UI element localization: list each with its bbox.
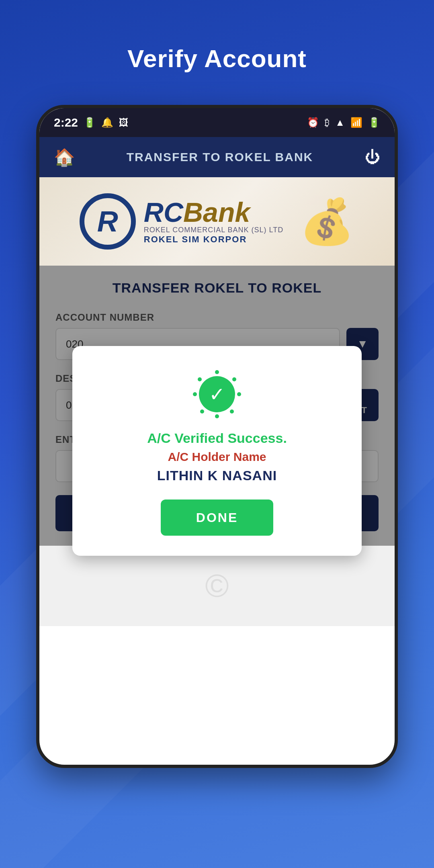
sparkle-5 [215,414,219,418]
sparkle-3 [237,392,241,396]
app-content: TRANSFER ROKEL TO ROKEL ACCOUNT NUMBER 0… [39,266,395,546]
bank-logo-container: RCBank ROKEL COMMERCIAL BANK (SL) LTD RO… [80,193,354,250]
app-footer: © [39,546,395,626]
image-icon: 🖼 [119,117,129,128]
power-icon[interactable]: ⏻ [365,149,380,166]
rc-circle-logo [80,193,136,250]
ac-holder-label: A/C Holder Name [168,450,266,464]
header-title: TRANSFER TO ROKEL BANK [75,150,365,164]
bluetooth-icon: ₿ [325,117,330,128]
status-time: 2:22 [54,116,78,129]
wifi-icon: ▲ [335,117,345,128]
bank-name: RCBank [144,199,283,226]
bank-text-group: RCBank ROKEL COMMERCIAL BANK (SL) LTD RO… [144,199,283,245]
status-bar-right: ⏰ ₿ ▲ 📶 🔋 [307,117,380,128]
bell-icon: 🔔 [101,117,113,128]
bank-corp-text: ROKEL SIM KORPOR [144,234,283,245]
footer-icon: © [205,567,229,604]
sparkle-1 [215,370,219,374]
status-bar: 2:22 🔋 🔔 🖼 ⏰ ₿ ▲ 📶 🔋 [39,108,395,137]
app-header: 🏠 TRANSFER TO ROKEL BANK ⏻ [39,137,395,177]
sparkle-6 [200,409,204,414]
money-bag-icon: 💰 [299,196,354,248]
sparkle-8 [198,377,202,381]
sparkle-4 [230,409,234,414]
sparkle-7 [193,392,197,396]
phone-mockup: 2:22 🔋 🔔 🖼 ⏰ ₿ ▲ 📶 🔋 🏠 TRANSFER TO ROKEL… [36,105,398,768]
modal-card: ✓ A/C Verified Success. A/C Holder Name … [72,346,362,556]
done-button[interactable]: DONE [161,500,273,536]
bank-banner: RCBank ROKEL COMMERCIAL BANK (SL) LTD RO… [39,177,395,266]
status-bar-left: 2:22 🔋 🔔 🖼 [54,116,129,129]
battery-charge-icon: 🔋 [84,117,96,128]
success-checkmark-icon: ✓ [199,376,235,412]
battery-icon: 🔋 [368,117,380,128]
modal-overlay: ✓ A/C Verified Success. A/C Holder Name … [39,266,395,546]
alarm-icon: ⏰ [307,117,319,128]
bank-subtitle: ROKEL COMMERCIAL BANK (SL) LTD [144,226,283,234]
home-icon[interactable]: 🏠 [54,147,75,167]
page-title: Verify Account [127,44,307,73]
success-icon-container: ✓ [193,370,241,418]
signal-icon: 📶 [350,117,362,128]
ac-holder-name: LITHIN K NASANI [157,468,277,483]
sparkle-2 [232,377,236,381]
verified-success-text: A/C Verified Success. [147,430,287,446]
